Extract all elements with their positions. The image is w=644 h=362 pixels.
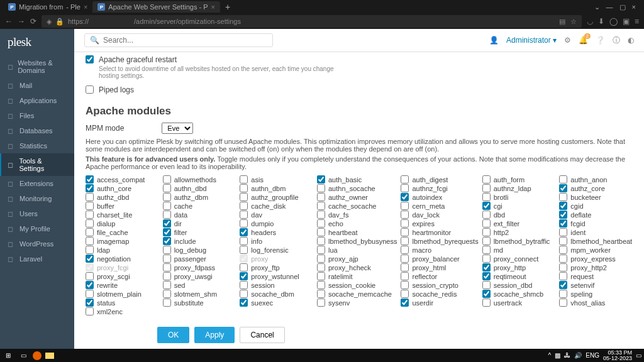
module-authn_anon[interactable]: authn_anon bbox=[559, 175, 633, 184]
module-proxy_http2[interactable]: proxy_http2 bbox=[559, 263, 633, 272]
module-userdir[interactable]: userdir bbox=[401, 299, 478, 307]
module-ratelimit[interactable]: ratelimit bbox=[317, 272, 397, 280]
module-access_compat[interactable]: access_compat bbox=[86, 175, 159, 184]
module-checkbox[interactable] bbox=[163, 175, 171, 184]
module-checkbox[interactable] bbox=[482, 272, 491, 280]
module-status[interactable]: status bbox=[86, 299, 159, 307]
module-checkbox[interactable] bbox=[240, 175, 248, 184]
module-checkbox[interactable] bbox=[482, 211, 491, 219]
module-checkbox[interactable] bbox=[86, 193, 94, 201]
module-checkbox[interactable] bbox=[317, 237, 325, 245]
module-expires[interactable]: expires bbox=[401, 219, 478, 228]
module-macro[interactable]: macro bbox=[401, 246, 478, 254]
module-checkbox[interactable] bbox=[240, 193, 248, 201]
module-proxy_wstunnel[interactable]: proxy_wstunnel bbox=[240, 272, 313, 280]
module-passenger[interactable]: passenger bbox=[163, 255, 236, 263]
module-cache[interactable]: cache bbox=[163, 202, 236, 210]
module-checkbox[interactable] bbox=[401, 228, 409, 236]
module-checkbox[interactable] bbox=[86, 175, 94, 184]
module-checkbox[interactable] bbox=[240, 184, 248, 192]
module-checkbox[interactable] bbox=[401, 299, 409, 307]
module-authn_socache[interactable]: authn_socache bbox=[317, 184, 397, 192]
module-fcgid[interactable]: fcgid bbox=[559, 219, 633, 228]
forward-icon[interactable]: → bbox=[18, 17, 25, 26]
module-proxy_scgi[interactable]: proxy_scgi bbox=[86, 272, 159, 280]
browser-tab-1[interactable]: P Apache Web Server Settings - P × bbox=[92, 1, 220, 13]
module-checkbox[interactable] bbox=[317, 272, 325, 280]
module-slotmem_shm[interactable]: slotmem_shm bbox=[163, 290, 236, 298]
module-checkbox[interactable] bbox=[317, 263, 325, 272]
taskview-icon[interactable]: ▭ bbox=[18, 350, 29, 361]
sidebar-item[interactable]: ◻WordPress bbox=[0, 236, 74, 251]
module-proxy_express[interactable]: proxy_express bbox=[559, 255, 633, 263]
module-echo[interactable]: echo bbox=[317, 219, 397, 228]
module-authz_dbd[interactable]: authz_dbd bbox=[86, 193, 159, 201]
admin-link[interactable]: Administrator ▾ bbox=[506, 36, 557, 45]
module-checkbox[interactable] bbox=[163, 299, 171, 307]
module-cache_disk[interactable]: cache_disk bbox=[240, 202, 313, 210]
module-checkbox[interactable] bbox=[86, 219, 94, 228]
theme-icon[interactable]: ◐ bbox=[628, 36, 634, 45]
download-icon[interactable]: ⬇ bbox=[598, 17, 604, 26]
module-dav_lock[interactable]: dav_lock bbox=[401, 211, 478, 219]
module-authnz_fcgi[interactable]: authnz_fcgi bbox=[401, 184, 478, 192]
module-checkbox[interactable] bbox=[163, 255, 171, 263]
module-checkbox[interactable] bbox=[559, 211, 567, 219]
module-checkbox[interactable] bbox=[559, 202, 567, 210]
module-session_crypto[interactable]: session_crypto bbox=[401, 281, 478, 289]
module-checkbox[interactable] bbox=[317, 193, 325, 201]
module-request[interactable]: request bbox=[559, 272, 633, 280]
module-checkbox[interactable] bbox=[401, 290, 409, 298]
module-dumpio[interactable]: dumpio bbox=[240, 219, 313, 228]
module-checkbox[interactable] bbox=[559, 255, 567, 263]
module-usertrack[interactable]: usertrack bbox=[482, 299, 556, 307]
extension-icon[interactable]: ▣ bbox=[623, 17, 630, 26]
module-checkbox[interactable] bbox=[559, 193, 567, 201]
module-checkbox[interactable] bbox=[482, 290, 491, 298]
sidebar-item[interactable]: ◻Monitoring bbox=[0, 191, 74, 206]
chevron-down-icon[interactable]: ⌄ bbox=[594, 3, 600, 11]
module-substitute[interactable]: substitute bbox=[163, 299, 236, 307]
module-info[interactable]: info bbox=[240, 237, 313, 245]
module-checkbox[interactable] bbox=[482, 175, 491, 184]
module-asis[interactable]: asis bbox=[240, 175, 313, 184]
module-authz_dbm[interactable]: authz_dbm bbox=[163, 193, 236, 201]
module-dav[interactable]: dav bbox=[240, 211, 313, 219]
menu-icon[interactable]: ≡ bbox=[635, 17, 639, 26]
module-checkbox[interactable] bbox=[163, 237, 171, 245]
graceful-restart-checkbox[interactable] bbox=[86, 55, 94, 63]
account-icon[interactable]: ◯ bbox=[609, 17, 618, 26]
module-checkbox[interactable] bbox=[240, 237, 248, 245]
maximize-icon[interactable]: ▢ bbox=[619, 3, 626, 11]
module-dbd[interactable]: dbd bbox=[482, 211, 556, 219]
module-checkbox[interactable] bbox=[163, 263, 171, 272]
sound-icon[interactable]: 🔊 bbox=[574, 352, 582, 359]
module-checkbox[interactable] bbox=[163, 228, 171, 236]
help-icon[interactable]: ❔ bbox=[596, 36, 605, 45]
lang-indicator[interactable]: ENG bbox=[586, 352, 599, 359]
tray-chevron-icon[interactable]: ^ bbox=[548, 352, 552, 359]
module-checkbox[interactable] bbox=[86, 307, 94, 315]
module-checkbox[interactable] bbox=[86, 290, 94, 298]
module-mpm_worker[interactable]: mpm_worker bbox=[559, 246, 633, 254]
module-authz_groupfile[interactable]: authz_groupfile bbox=[240, 193, 313, 201]
module-checkbox[interactable] bbox=[240, 202, 248, 210]
module-dialup[interactable]: dialup bbox=[86, 219, 159, 228]
cancel-button[interactable]: Cancel bbox=[240, 327, 284, 343]
url-input[interactable]: ◈ 🔒 https:// /admin/server/optimization-… bbox=[42, 15, 582, 28]
module-checkbox[interactable] bbox=[317, 246, 325, 254]
module-checkbox[interactable] bbox=[163, 193, 171, 201]
module-checkbox[interactable] bbox=[401, 175, 409, 184]
module-checkbox[interactable] bbox=[86, 202, 94, 210]
module-checkbox[interactable] bbox=[482, 281, 491, 289]
module-checkbox[interactable] bbox=[401, 193, 409, 201]
module-checkbox[interactable] bbox=[401, 272, 409, 280]
pocket-icon[interactable]: ◡ bbox=[587, 17, 593, 26]
firefox-icon[interactable] bbox=[33, 351, 42, 360]
module-imagemap[interactable]: imagemap bbox=[86, 237, 159, 245]
module-checkbox[interactable] bbox=[163, 202, 171, 210]
module-checkbox[interactable] bbox=[86, 255, 94, 263]
piped-logs-checkbox[interactable] bbox=[86, 85, 94, 94]
module-checkbox[interactable] bbox=[559, 263, 567, 272]
sidebar-item[interactable]: ◻Tools & Settings bbox=[0, 153, 74, 176]
